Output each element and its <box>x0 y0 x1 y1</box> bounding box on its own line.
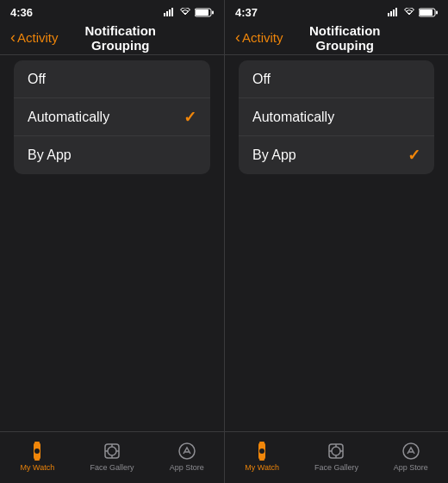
svg-rect-20 <box>390 11 392 16</box>
tab-bar-right: My Watch Face Gallery <box>225 431 448 483</box>
tab-app-store-right[interactable]: App Store <box>374 441 448 472</box>
list-item-byapp-left[interactable]: By App <box>14 136 210 174</box>
screen-right: 4:37 ‹ Activity Notifi <box>224 0 448 483</box>
wifi-icon-right <box>403 8 415 16</box>
app-store-icon-left <box>177 441 197 461</box>
spacer-right <box>225 243 448 431</box>
tab-app-store-left[interactable]: App Store <box>149 441 224 472</box>
list-item-label-automatically-right: Automatically <box>252 110 420 125</box>
back-label-right: Activity <box>242 30 283 45</box>
tab-label-face-gallery-left: Face Gallery <box>90 463 134 472</box>
list-item-byapp-right[interactable]: By App ✓ <box>239 136 434 174</box>
nav-header-right: ‹ Activity Notification Grouping <box>225 21 448 55</box>
tab-label-face-gallery-right: Face Gallery <box>314 463 358 472</box>
content-left: Off Automatically ✓ By App <box>0 55 224 243</box>
wifi-icon-left <box>179 8 191 16</box>
tab-my-watch-left[interactable]: My Watch <box>0 441 75 472</box>
my-watch-icon-right <box>252 441 272 461</box>
svg-rect-28 <box>259 459 264 461</box>
watch-svg-left <box>28 442 47 461</box>
back-button-right[interactable]: ‹ Activity <box>235 28 283 47</box>
signal-icon-right <box>388 8 400 16</box>
tab-my-watch-right[interactable]: My Watch <box>225 441 299 472</box>
content-right: Off Automatically By App ✓ <box>225 55 448 243</box>
checkmark-byapp-right: ✓ <box>408 146 420 165</box>
back-button-left[interactable]: ‹ Activity <box>10 28 59 47</box>
screen-left: 4:36 ‹ Act <box>0 0 224 483</box>
tab-face-gallery-right[interactable]: Face Gallery <box>299 441 373 472</box>
status-icons-right <box>388 8 438 17</box>
battery-icon-right <box>419 8 438 17</box>
svg-point-12 <box>108 447 116 455</box>
svg-point-31 <box>332 447 340 455</box>
list-item-label-off-left: Off <box>28 72 196 87</box>
my-watch-icon-left <box>27 441 47 461</box>
list-item-label-byapp-right: By App <box>252 147 408 163</box>
svg-rect-19 <box>388 13 389 16</box>
signal-icon-left <box>164 8 176 16</box>
app-store-icon-right <box>401 441 421 461</box>
svg-rect-27 <box>259 442 264 443</box>
back-chevron-right: ‹ <box>235 28 240 47</box>
status-bar-left: 4:36 <box>0 0 224 21</box>
list-item-automatically-left[interactable]: Automatically ✓ <box>14 98 210 136</box>
svg-rect-8 <box>34 442 40 443</box>
status-time-left: 4:36 <box>10 6 33 19</box>
tab-label-app-store-right: App Store <box>394 463 428 472</box>
svg-point-36 <box>403 443 419 459</box>
tab-face-gallery-left[interactable]: Face Gallery <box>75 441 150 472</box>
svg-rect-25 <box>436 10 438 14</box>
nav-title-right: Notification Grouping <box>287 23 403 53</box>
face-gallery-svg-left <box>103 442 121 461</box>
nav-header-left: ‹ Activity Notification Grouping <box>0 21 224 55</box>
svg-rect-5 <box>196 9 208 16</box>
spacer-left <box>0 243 224 431</box>
tab-label-app-store-left: App Store <box>170 463 204 472</box>
face-gallery-icon-left <box>102 441 122 461</box>
list-left: Off Automatically ✓ By App <box>14 60 210 174</box>
nav-title-left: Notification Grouping <box>62 23 179 53</box>
app-store-svg-right <box>401 442 420 461</box>
list-item-label-off-right: Off <box>252 72 420 87</box>
checkmark-automatically-left: ✓ <box>184 108 196 127</box>
svg-rect-22 <box>395 8 397 16</box>
list-item-off-left[interactable]: Off <box>14 60 210 98</box>
tab-bar-left: My Watch Face Gallery <box>0 431 224 483</box>
list-right: Off Automatically By App ✓ <box>239 60 434 174</box>
svg-point-29 <box>259 448 264 454</box>
list-item-off-right[interactable]: Off <box>239 60 434 98</box>
face-gallery-icon-right <box>326 441 346 461</box>
svg-rect-1 <box>166 11 168 16</box>
status-time-right: 4:37 <box>235 6 258 19</box>
tab-label-my-watch-right: My Watch <box>245 463 279 472</box>
svg-rect-21 <box>393 9 395 16</box>
app-store-svg-left <box>177 442 196 461</box>
svg-rect-9 <box>34 459 40 461</box>
svg-rect-0 <box>164 13 165 16</box>
watch-svg-right <box>252 442 271 461</box>
svg-rect-6 <box>212 10 214 14</box>
list-item-label-byapp-left: By App <box>28 147 196 163</box>
back-chevron-left: ‹ <box>10 28 16 47</box>
svg-rect-2 <box>169 9 171 16</box>
tab-label-my-watch-left: My Watch <box>21 463 55 472</box>
svg-point-10 <box>34 448 40 454</box>
face-gallery-svg-right <box>327 442 345 461</box>
status-icons-left <box>164 8 214 17</box>
svg-rect-3 <box>171 8 173 16</box>
list-item-label-automatically-left: Automatically <box>28 110 184 125</box>
list-item-automatically-right[interactable]: Automatically <box>239 98 434 136</box>
svg-point-17 <box>179 443 195 459</box>
svg-rect-24 <box>420 9 432 16</box>
status-bar-right: 4:37 <box>225 0 448 21</box>
back-label-left: Activity <box>17 30 59 45</box>
battery-icon-left <box>195 8 214 17</box>
